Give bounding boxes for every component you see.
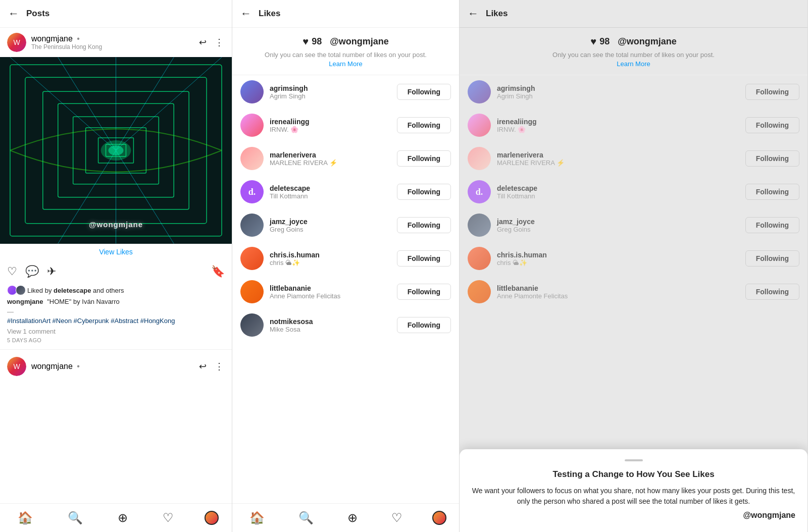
username-text: wongmjane <box>31 34 73 43</box>
following-button[interactable]: Following <box>745 250 799 267</box>
likes-list: agrimsinghAgrim SinghFollowingirenealiin… <box>232 75 459 503</box>
post-timestamp: 5 days ago <box>7 337 225 343</box>
likes-nav-create[interactable]: ⊕ <box>343 509 362 527</box>
likes-avatar-agrimsingh[interactable] <box>468 80 491 103</box>
likes-username[interactable]: chris.is.human <box>497 251 739 259</box>
more-options-button[interactable]: ⋮ <box>214 36 225 49</box>
second-post-username[interactable]: wongmjane • <box>31 362 193 371</box>
likes-display-name: IRNW. 🌸 <box>270 126 391 133</box>
second-post-avatar[interactable]: W <box>7 357 26 376</box>
post-username[interactable]: wongmjane • <box>31 34 193 43</box>
following-button[interactable]: Following <box>745 117 799 133</box>
likes-item: notmikesosaMike SosaFollowing <box>232 308 459 342</box>
comment-button[interactable]: 💬 <box>25 263 39 280</box>
caption-username[interactable]: wongmjane <box>7 298 43 305</box>
post-user-info: wongmjane • The Peninsula Hong Kong <box>31 34 193 50</box>
likes-username[interactable]: marlenerivera <box>270 151 391 159</box>
liked-by-user[interactable]: deletescape <box>54 287 91 294</box>
following-button[interactable]: Following <box>745 184 799 200</box>
post-header: W wongmjane • The Peninsula Hong Kong ↩ … <box>0 28 232 57</box>
view-comments-link[interactable]: View 1 comment <box>7 328 225 335</box>
likes-user-info: jamz_joyceGreg Goins <box>497 218 739 233</box>
likes-username[interactable]: irenealiingg <box>270 118 391 126</box>
second-more-button[interactable]: ⋮ <box>214 360 225 373</box>
likes-username[interactable]: deletescape <box>270 184 391 192</box>
likes-test-learn-more[interactable]: Learn More <box>617 60 650 68</box>
likes-username[interactable]: deletescape <box>497 184 739 192</box>
likes-username[interactable]: agrimsingh <box>497 84 739 92</box>
likes-user-info: littlebananieAnne Piamonte Felicitas <box>497 284 739 300</box>
likes-nav-home[interactable]: 🏠 <box>245 509 269 527</box>
share-button[interactable]: ✈ <box>47 263 56 280</box>
likes-count-row: ♥ 98 @wongmjane <box>302 36 388 47</box>
likes-username[interactable]: jamz_joyce <box>270 218 391 226</box>
following-button[interactable]: Following <box>397 317 451 333</box>
bookmark-button[interactable]: 🔖 <box>211 265 225 278</box>
likes-username[interactable]: notmikesosa <box>270 317 391 326</box>
likes-avatar-irenealiingg[interactable] <box>240 114 264 137</box>
nav-search-button[interactable]: 🔍 <box>64 509 87 527</box>
following-button[interactable]: Following <box>397 84 451 100</box>
likes-avatar-marlenerivera[interactable] <box>468 147 491 170</box>
view-likes-button[interactable]: View Likes <box>0 244 232 260</box>
nav-create-button[interactable]: ⊕ <box>114 509 132 527</box>
following-button[interactable]: Following <box>397 250 451 267</box>
likes-avatar-jamz_joyce[interactable] <box>240 214 264 237</box>
following-button[interactable]: Following <box>745 217 799 233</box>
post-divider <box>0 349 232 350</box>
likes-username[interactable]: littlebananie <box>497 284 739 292</box>
likes-avatar-jamz_joyce[interactable] <box>468 214 491 237</box>
nav-likes-button[interactable]: ♡ <box>159 509 178 527</box>
reply-button[interactable]: ↩ <box>198 36 208 49</box>
overlay-handle[interactable] <box>625 459 643 461</box>
dot-separator: • <box>77 34 80 43</box>
likes-back-button[interactable]: ← <box>240 7 251 20</box>
second-reply-button[interactable]: ↩ <box>198 360 208 373</box>
following-button[interactable]: Following <box>745 84 799 100</box>
panel-likes: ← Likes ♥ 98 @wongmjane Only you can see… <box>232 0 460 532</box>
likes-user-info: irenealiinggIRNW. 🌸 <box>497 118 739 133</box>
likes-display-name: Till Kottmann <box>270 192 391 200</box>
likes-avatar-notmikesosa[interactable] <box>240 313 264 337</box>
likes-item: irenealiinggIRNW. 🌸Following <box>460 109 807 142</box>
learn-more-link[interactable]: Learn More <box>329 60 362 68</box>
likes-username[interactable]: agrimsingh <box>270 84 391 92</box>
following-button[interactable]: Following <box>745 284 799 300</box>
post-owner-avatar[interactable]: W <box>7 33 26 52</box>
likes-display-name: Mike Sosa <box>270 326 391 333</box>
likes-avatar-littlebananie[interactable] <box>240 280 264 303</box>
likes-user-info: deletescapeTill Kottmann <box>497 184 739 200</box>
following-button[interactable]: Following <box>397 284 451 300</box>
likes-username[interactable]: littlebananie <box>270 284 391 292</box>
back-button[interactable]: ← <box>8 7 19 20</box>
following-button[interactable]: Following <box>745 150 799 167</box>
likes-nav-profile[interactable] <box>432 511 446 525</box>
likes-avatar-littlebananie[interactable] <box>468 280 491 303</box>
likes-avatar-chris.is.human[interactable] <box>468 247 491 270</box>
likes-username[interactable]: chris.is.human <box>270 251 391 259</box>
likes-nav-heart[interactable]: ♡ <box>387 509 407 527</box>
likes-username[interactable]: marlenerivera <box>497 151 739 159</box>
likes-nav-search[interactable]: 🔍 <box>294 509 318 527</box>
following-button[interactable]: Following <box>397 117 451 133</box>
likes-avatar-deletescape[interactable]: d. <box>240 180 264 203</box>
following-button[interactable]: Following <box>397 217 451 233</box>
likes-username[interactable]: jamz_joyce <box>497 218 739 226</box>
likes-avatar-chris.is.human[interactable] <box>240 247 264 270</box>
following-button[interactable]: Following <box>397 184 451 200</box>
likes-avatar-deletescape[interactable]: d. <box>468 180 491 203</box>
post-hashtags[interactable]: #InstallationArt #Neon #Cyberpunk #Abstr… <box>7 317 225 325</box>
nav-home-button[interactable]: 🏠 <box>14 509 37 527</box>
likes-user-info: agrimsinghAgrim Singh <box>497 84 739 100</box>
likes-test-back-button[interactable]: ← <box>468 7 479 20</box>
likes-display-name: IRNW. 🌸 <box>497 126 739 133</box>
like-button[interactable]: ♡ <box>7 263 17 280</box>
likes-username[interactable]: irenealiingg <box>497 118 739 126</box>
likes-avatar-agrimsingh[interactable] <box>240 80 264 103</box>
likes-avatar-irenealiingg[interactable] <box>468 114 491 137</box>
likes-display-name: chris 🌥✨ <box>497 259 739 267</box>
following-button[interactable]: Following <box>397 150 451 167</box>
liked-others: and others <box>93 287 124 294</box>
nav-profile-avatar[interactable] <box>205 511 219 525</box>
likes-avatar-marlenerivera[interactable] <box>240 147 264 170</box>
